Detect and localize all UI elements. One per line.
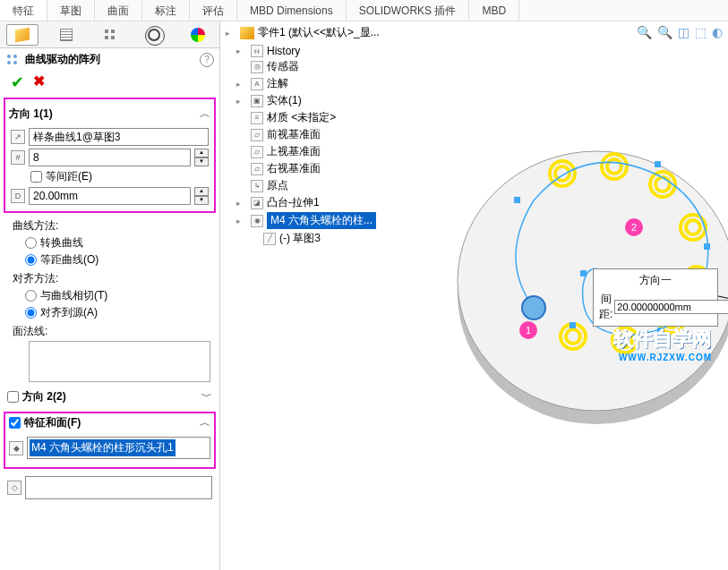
features-faces-checkbox[interactable]: [9, 417, 21, 429]
feature-header: 曲线驱动的阵列 ?: [0, 48, 219, 71]
panel-tab-feature-icon[interactable]: [6, 24, 39, 46]
panel-tab-bar: [0, 21, 219, 48]
panel-tab-list-icon[interactable]: [50, 24, 82, 46]
svg-text:1: 1: [526, 325, 531, 336]
watermark: 软件自学网 WWW.RJZXW.COM: [613, 326, 712, 362]
direction1-header[interactable]: 方向 1(1) ︿: [5, 105, 214, 123]
dimension-popup: 方向一 间距:: [593, 268, 718, 327]
tab-evaluate[interactable]: 评估: [190, 0, 237, 21]
svg-rect-32: [580, 270, 587, 276]
tab-sw-addin[interactable]: SOLIDWORKS 插件: [347, 0, 470, 21]
plane-icon: ▱: [251, 163, 263, 175]
panel-tab-target-icon[interactable]: [138, 24, 170, 46]
align-method-label: 对齐方法:: [9, 271, 210, 286]
equal-spacing-checkbox[interactable]: [30, 171, 42, 183]
origin-label: 对齐到源(A): [40, 305, 98, 320]
tree-solid[interactable]: ▸▣实体(1): [236, 92, 728, 109]
face-normal-selection[interactable]: [29, 341, 210, 382]
spacing-input[interactable]: [29, 187, 191, 205]
count-up[interactable]: ▲: [194, 149, 209, 157]
cancel-button[interactable]: ✖: [33, 72, 45, 92]
tab-surface[interactable]: 曲面: [95, 0, 142, 21]
feature-select-icon: ◆: [9, 441, 23, 455]
reverse-direction-icon[interactable]: ↗: [11, 130, 25, 144]
zoom-fit-icon[interactable]: 🔍: [657, 25, 672, 39]
svg-rect-3: [111, 36, 115, 39]
tab-feature[interactable]: 特征: [0, 0, 47, 21]
direction2-header[interactable]: 方向 2(2) ﹀: [4, 387, 216, 406]
tab-mbd[interactable]: MBD: [469, 0, 519, 21]
pattern-icon: [5, 53, 20, 67]
svg-rect-31: [570, 322, 576, 328]
origin-icon: ↳: [251, 180, 263, 192]
svg-rect-1: [111, 30, 115, 33]
expand-icon[interactable]: ▸: [226, 29, 236, 38]
ok-button[interactable]: ✔: [11, 72, 24, 92]
plane-icon: ▱: [251, 129, 263, 141]
count-input[interactable]: [29, 149, 191, 166]
face-selection-box[interactable]: [25, 476, 212, 499]
count-down[interactable]: ▼: [194, 157, 209, 166]
direction1-highlight: 方向 1(1) ︿ ↗ # ▲▼: [4, 98, 216, 213]
features-faces-highlight: 特征和面(F) ︿ ◆ M4 六角头螺栓的柱形沉头孔1: [4, 412, 216, 469]
tangent-radio[interactable]: [25, 290, 37, 302]
svg-rect-2: [105, 36, 108, 39]
face-select-icon: ◇: [7, 481, 21, 495]
part-name[interactable]: 零件1 (默认<<默认>_显...: [258, 25, 380, 40]
sketch-icon: ╱: [263, 233, 276, 245]
tree-material[interactable]: ≡材质 <未指定>: [236, 109, 728, 126]
material-icon: ≡: [251, 112, 263, 124]
display-style-icon[interactable]: ⬚: [695, 25, 707, 39]
feature-selection-box[interactable]: M4 六角头螺栓的柱形沉头孔1: [27, 437, 210, 459]
svg-point-5: [13, 55, 17, 58]
tab-mbd-dim[interactable]: MBD Dimensions: [237, 0, 347, 21]
graphics-area[interactable]: 🔍 🔍 ◫ ⬚ ◐ ▸ 零件1 (默认<<默认>_显... ▸HHistory …: [220, 21, 728, 570]
features-faces-title: 特征和面(F): [24, 415, 81, 430]
tangent-label: 与曲线相切(T): [40, 288, 107, 303]
direction1-title: 方向 1(1): [9, 106, 53, 122]
svg-rect-29: [704, 243, 710, 250]
watermark-url: WWW.RJZXW.COM: [613, 353, 712, 362]
direction2-checkbox[interactable]: [7, 391, 19, 403]
equal-curve-radio[interactable]: [25, 254, 37, 266]
annotation-icon: A: [251, 78, 263, 90]
direction2-title: 方向 2(2): [22, 389, 66, 404]
tree-history[interactable]: ▸HHistory: [236, 44, 728, 58]
tab-sketch[interactable]: 草图: [47, 0, 95, 21]
view-cube-icon[interactable]: ◫: [678, 25, 689, 39]
convert-curve-radio[interactable]: [25, 237, 37, 249]
spacing-down[interactable]: ▼: [194, 196, 209, 205]
plane-icon: ▱: [251, 146, 263, 158]
sensor-icon: ◎: [251, 61, 263, 73]
count-icon: #: [11, 150, 25, 165]
features-faces-header[interactable]: 特征和面(F) ︿: [5, 413, 214, 432]
tree-annotation[interactable]: ▸A注解: [236, 75, 728, 92]
magnify-icon[interactable]: 🔍: [637, 25, 652, 39]
spacing-text-label: 间距:: [599, 292, 612, 322]
spacing-icon: D: [11, 189, 25, 203]
scene-icon[interactable]: ◐: [712, 25, 723, 39]
spacing-up[interactable]: ▲: [194, 187, 209, 196]
part-icon: [240, 27, 254, 39]
svg-rect-0: [105, 30, 108, 33]
help-icon[interactable]: ?: [200, 53, 214, 67]
tab-annotate[interactable]: 标注: [142, 0, 190, 21]
panel-tab-config-icon[interactable]: [94, 24, 126, 46]
chevron-up-icon: ︿: [200, 415, 210, 430]
equal-spacing-label: 等间距(E): [46, 169, 92, 184]
hole-icon: ◉: [251, 215, 263, 227]
selected-feature[interactable]: M4 六角头螺栓的柱形沉头孔1: [30, 439, 176, 456]
dimension-label: 方向一: [599, 273, 712, 288]
history-icon: H: [251, 45, 263, 57]
curve-selection-input[interactable]: [29, 128, 209, 146]
property-panel: 曲线驱动的阵列 ? ✔ ✖ 方向 1(1) ︿ ↗: [0, 21, 220, 570]
solid-icon: ▣: [251, 95, 263, 107]
chevron-down-icon: ﹀: [201, 389, 212, 404]
tree-sensor[interactable]: ◎传感器: [236, 58, 728, 75]
svg-rect-28: [655, 161, 661, 167]
panel-tab-appearance-icon[interactable]: [182, 24, 214, 46]
svg-point-4: [7, 55, 11, 58]
dimension-value-input[interactable]: [614, 300, 728, 314]
origin-radio[interactable]: [25, 307, 37, 319]
equal-curve-label: 等距曲线(O): [40, 252, 98, 268]
